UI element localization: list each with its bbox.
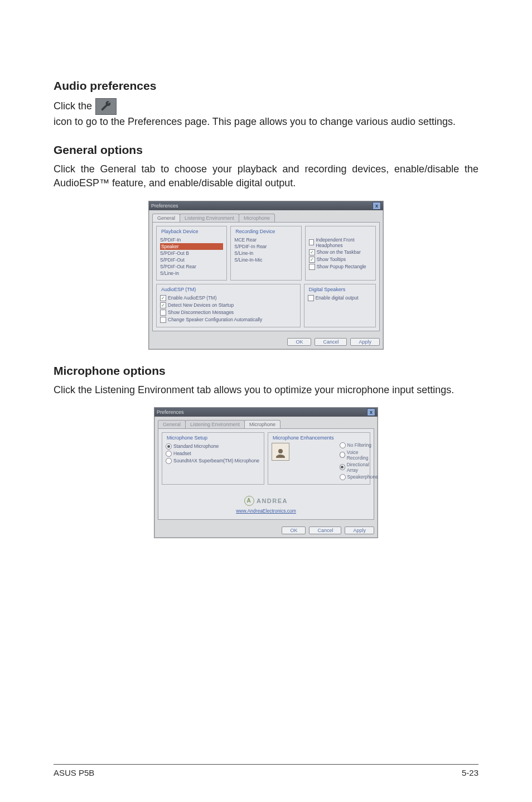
group-title: Digital Speakers <box>308 287 347 292</box>
radio-row[interactable]: Headset <box>166 450 260 457</box>
button-row: OK Cancel Apply <box>154 523 378 538</box>
ok-button[interactable]: OK <box>287 338 311 346</box>
checkbox-label: Detect New Devices on Startup <box>168 302 234 308</box>
tabstrip: General Listening Environment Microphone <box>154 417 378 428</box>
group-title: AudioESP (TM) <box>160 287 197 292</box>
radio-icon <box>340 474 346 480</box>
list-item[interactable]: S/PDIF-In Rear <box>234 243 297 250</box>
checkbox-row[interactable]: ✓Show Tooltips <box>309 256 372 263</box>
list-item[interactable]: S/Line-In-Mic <box>234 257 297 263</box>
checkbox-icon <box>308 295 314 301</box>
checkbox-row[interactable]: ✓Detect New Devices on Startup <box>160 302 297 309</box>
checkbox-row[interactable]: Show Disconnection Messages <box>160 309 297 316</box>
footer-right: 5-23 <box>462 768 478 777</box>
panel: Playback Device S/PDIF-In Speaker S/PDIF… <box>152 222 380 331</box>
text: icon to go to the Preferences page. This… <box>54 115 456 129</box>
group-microphone-enhancements: Microphone Enhancements No Filtering Voi… <box>268 432 370 485</box>
radio-icon <box>340 464 345 470</box>
radio-row[interactable]: Directional Array <box>340 461 378 474</box>
group-microphone-setup: Microphone Setup Standard Microphone Hea… <box>162 432 264 485</box>
list-item[interactable]: S/PDIF-In <box>160 236 223 243</box>
checkbox-label: Show Tooltips <box>317 257 346 262</box>
checkbox-icon <box>309 239 315 245</box>
list-item[interactable]: S/Line-In <box>234 250 297 257</box>
tabstrip: General Listening Environment Microphone <box>149 210 383 222</box>
andrea-branding: A ANDREA www.AndreaElectronics.com <box>162 485 370 516</box>
group-digital-speakers: Digital Speakers Enable digital output <box>304 284 376 327</box>
radio-label: Headset <box>173 451 191 456</box>
close-icon[interactable]: x <box>367 408 375 416</box>
button-row: OK Cancel Apply <box>149 335 383 349</box>
list-item-selected[interactable]: Speaker <box>160 243 223 250</box>
checkbox-icon: ✓ <box>309 249 315 255</box>
radio-row[interactable]: No Filtering <box>340 442 378 449</box>
list-item[interactable]: S/PDIF-Out B <box>160 250 223 257</box>
checkbox-label: Show Disconnection Messages <box>168 310 234 315</box>
radio-row[interactable]: SoundMAX Superbeam(TM) Microphone <box>166 457 260 465</box>
screenshot-general: Preferences x General Listening Environm… <box>54 201 478 350</box>
radio-label: Standard Microphone <box>173 443 219 449</box>
radio-row[interactable]: Voice Recording <box>340 449 378 461</box>
list-item[interactable]: S/PDIF-Out <box>160 257 223 263</box>
paragraph-audio-pref: Click the icon to go to the Preferences … <box>54 98 478 129</box>
list-item[interactable]: S/PDIF-Out Rear <box>160 263 223 270</box>
checkbox-icon: ✓ <box>160 295 166 301</box>
window-title: Preferences <box>157 409 184 415</box>
radio-label: Speakerphone <box>347 474 378 480</box>
checkbox-row[interactable]: Change Speaker Configuration Automatical… <box>160 316 297 323</box>
list-item[interactable]: MCE Rear <box>234 236 297 243</box>
ok-button[interactable]: OK <box>282 526 306 534</box>
checkbox-icon: ✓ <box>309 257 315 263</box>
radio-icon <box>166 451 172 457</box>
window-titlebar: Preferences x <box>154 408 378 417</box>
group-audio-esp: AudioESP (TM) ✓Enable AudioESP (TM) ✓Det… <box>156 284 301 327</box>
cancel-button[interactable]: Cancel <box>309 526 341 534</box>
text: Click the <box>54 99 92 113</box>
list-item[interactable]: S/Line-In <box>160 270 223 277</box>
close-icon[interactable]: x <box>373 202 381 210</box>
heading-microphone-options: Microphone options <box>54 364 478 378</box>
checkbox-row[interactable]: Independent Front Headphones <box>309 236 372 249</box>
checkbox-row[interactable]: ✓Enable AudioESP (TM) <box>160 294 297 302</box>
panel: Microphone Setup Standard Microphone Hea… <box>158 428 374 520</box>
tab-microphone[interactable]: Microphone <box>239 214 275 222</box>
group-title: Microphone Enhancements <box>272 435 335 441</box>
checkbox-row[interactable]: Enable digital output <box>308 294 372 302</box>
radio-icon <box>340 442 346 448</box>
radio-row[interactable]: Standard Microphone <box>166 443 260 450</box>
window-titlebar: Preferences x <box>149 201 383 210</box>
checkbox-label: Show on the Taskbar <box>317 249 361 255</box>
person-icon <box>272 443 289 461</box>
checkbox-row[interactable]: ✓Show on the Taskbar <box>309 249 372 256</box>
radio-icon <box>340 452 345 458</box>
checkbox-label: Enable digital output <box>316 295 359 301</box>
radio-label: SoundMAX Superbeam(TM) Microphone <box>173 458 259 463</box>
checkbox-icon: ✓ <box>160 302 166 308</box>
group-display-options: Independent Front Headphones ✓Show on th… <box>305 226 376 281</box>
tab-general[interactable]: General <box>158 420 186 428</box>
radio-label: Voice Recording <box>347 450 378 461</box>
checkbox-icon <box>160 310 166 316</box>
apply-button[interactable]: Apply <box>350 338 380 346</box>
apply-button[interactable]: Apply <box>345 526 374 534</box>
radio-row[interactable]: Speakerphone <box>340 474 378 481</box>
heading-audio-preferences: Audio preferences <box>54 79 478 93</box>
checkbox-row[interactable]: Show Popup Rectangle <box>309 263 372 270</box>
tab-microphone[interactable]: Microphone <box>244 420 280 428</box>
page-footer: ASUS P5B 5-23 <box>54 764 478 777</box>
checkbox-label: Show Popup Rectangle <box>317 264 366 269</box>
group-title: Playback Device <box>160 229 200 234</box>
tab-listening-environment[interactable]: Listening Environment <box>185 420 245 428</box>
tab-general[interactable]: General <box>152 214 180 222</box>
cancel-button[interactable]: Cancel <box>315 338 347 346</box>
andrea-link[interactable]: www.AndreaElectronics.com <box>236 508 296 514</box>
tab-listening-environment[interactable]: Listening Environment <box>180 214 239 222</box>
preferences-window-general: Preferences x General Listening Environm… <box>148 201 384 350</box>
andrea-logo-icon: A <box>244 496 254 506</box>
group-title <box>309 229 313 234</box>
window-title: Preferences <box>151 203 178 209</box>
group-title: Recording Device <box>234 229 276 234</box>
checkbox-label: Independent Front Headphones <box>316 237 372 248</box>
screenshot-microphone: Preferences x General Listening Environm… <box>54 407 478 538</box>
preferences-window-microphone: Preferences x General Listening Environm… <box>154 407 378 538</box>
